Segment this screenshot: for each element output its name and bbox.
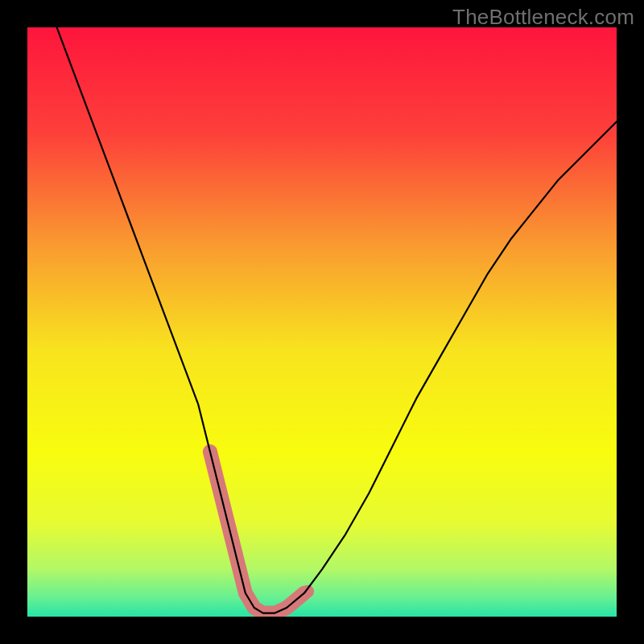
watermark-text: TheBottleneck.com [452,5,634,30]
chart-frame: TheBottleneck.com [0,0,644,644]
chart-svg [27,27,617,617]
gradient-background [27,27,617,617]
highlight-end-marker [301,585,314,598]
plot-area [27,27,617,617]
